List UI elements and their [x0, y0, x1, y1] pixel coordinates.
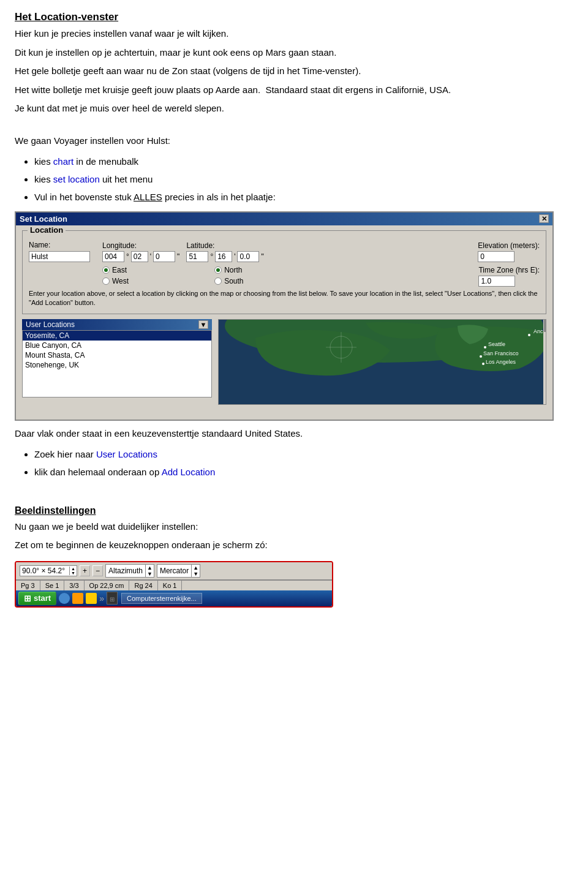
dialog-bottom-section: User Locations ▼ Yosemite, CA Blue Canyo…: [22, 319, 546, 405]
map-svg: Anchorage Seattle San Francisco Los Ange…: [219, 320, 546, 405]
svg-text:▲: ▲: [545, 323, 546, 328]
projection-dropdown-arrow[interactable]: ▲▼: [145, 565, 154, 577]
west-radio-row: West: [102, 277, 129, 285]
status-bar: Pg 3 Se 1 3/3 Op 22,9 cm Rg 24 Ko 1: [16, 580, 332, 590]
dialog-title: Set Location: [20, 214, 67, 224]
intro-p3: Het gele bolletje geeft aan waar nu de Z…: [15, 64, 573, 78]
name-input[interactable]: [29, 251, 90, 262]
projection-label: Altazimuth: [106, 566, 145, 576]
east-label: East: [112, 266, 127, 274]
svg-point-4: [484, 346, 486, 348]
north-radio-row: North: [214, 266, 243, 274]
long-min-input[interactable]: [131, 251, 148, 262]
status-se: Se 1: [40, 581, 65, 590]
status-pg: Pg 3: [16, 581, 40, 590]
coord-stepper[interactable]: ▲ ▼: [69, 567, 77, 575]
chart-link[interactable]: chart: [53, 156, 74, 167]
svg-text:Seattle: Seattle: [488, 341, 505, 347]
east-radio[interactable]: [102, 266, 110, 274]
intro-p4: Het witte bolletje met kruisje geeft jou…: [15, 83, 573, 97]
zoom-in-button[interactable]: +: [80, 565, 90, 576]
voyager-intro: We gaan Voyager instellen voor Hulst:: [15, 121, 573, 148]
east-radio-row: East: [102, 266, 129, 274]
south-radio-row: South: [214, 277, 243, 285]
taskbar-voyager-icon: ⊞: [107, 592, 118, 605]
list-item[interactable]: Mount Shasta, CA: [23, 350, 211, 360]
beeldinstellingen-heading: Beeldinstellingen: [15, 505, 573, 516]
timezone-input[interactable]: [478, 276, 515, 287]
north-label: North: [224, 266, 242, 274]
status-pages: 3/3: [64, 581, 84, 590]
user-locations-title: User Locations: [26, 320, 75, 329]
svg-text:San Francisco: San Francisco: [483, 350, 519, 356]
taskbar-separator: »: [99, 593, 104, 603]
user-locations-list[interactable]: Yosemite, CA Blue Canyon, CA Mount Shast…: [22, 330, 212, 397]
intro-p1: Hier kun je precies instellen vanaf waar…: [15, 27, 573, 41]
svg-text:▼: ▼: [545, 398, 546, 404]
user-locations-panel: User Locations ▼ Yosemite, CA Blue Canyo…: [22, 319, 212, 405]
intro-p2: Dit kun je instellen op je achtertuin, m…: [15, 46, 573, 60]
start-label: start: [34, 593, 51, 603]
svg-text:Los Angeles: Los Angeles: [486, 359, 516, 365]
lat-deg-input[interactable]: [186, 251, 208, 262]
longitude-label: Longitude:: [102, 241, 180, 250]
bottom-toolbar: ▲ ▼ + − Altazimuth ▲▼ Mercator ▲▼: [16, 562, 332, 580]
status-ko: Ko 1: [158, 581, 183, 590]
voyager-item-1: kies chart in de menubalk: [34, 153, 573, 170]
map-dropdown-arrow[interactable]: ▲▼: [191, 565, 200, 577]
projection-select[interactable]: Altazimuth ▲▼: [105, 564, 154, 578]
list-item[interactable]: Blue Canyon, CA: [23, 341, 211, 350]
set-location-dialog: Set Location ✕ Location Name: Longitude:…: [15, 211, 554, 421]
location-group: Location Name: Longitude: ° ' ": [22, 230, 546, 315]
user-locations-link[interactable]: User Locations: [96, 449, 157, 459]
svg-point-6: [480, 355, 482, 358]
svg-rect-19: [543, 320, 546, 405]
taskbar-app-button[interactable]: Computersterrenkijke...: [121, 593, 202, 604]
hint-text: Enter your location above, or select a l…: [29, 289, 540, 308]
list-item[interactable]: Yosemite, CA: [23, 331, 211, 341]
status-rg: Rg 24: [129, 581, 157, 590]
list-item[interactable]: Stonehenge, UK: [23, 360, 211, 370]
south-label: South: [224, 277, 243, 285]
dialog-close-button[interactable]: ✕: [539, 214, 549, 223]
north-radio[interactable]: [214, 266, 222, 274]
add-location-link[interactable]: Add Location: [162, 467, 216, 477]
deg-symbol-2: °: [209, 252, 214, 262]
set-location-link[interactable]: set location: [53, 174, 100, 184]
svg-point-2: [528, 334, 530, 336]
coord-input-group[interactable]: ▲ ▼: [20, 565, 77, 576]
ie-icon[interactable]: [59, 593, 70, 604]
taskbar-icon-3[interactable]: [86, 593, 97, 604]
lat-min-input[interactable]: [215, 251, 232, 262]
west-label: West: [112, 277, 129, 285]
start-button[interactable]: ⊞ start: [18, 592, 56, 605]
south-radio[interactable]: [214, 277, 222, 285]
timezone-label: Time Zone (hrs E):: [478, 266, 540, 274]
map-select[interactable]: Mercator ▲▼: [157, 564, 200, 578]
beeld-line-2: Zet om te beginnen de keuzeknoppen onder…: [15, 538, 573, 552]
location-group-label: Location: [28, 225, 66, 235]
elevation-label: Elevation (meters):: [478, 241, 540, 250]
west-radio[interactable]: [102, 277, 110, 285]
elevation-input[interactable]: [478, 251, 514, 262]
latitude-inputs: ° ' ": [186, 251, 264, 262]
bottom-item-1: Zoek hier naar User Locations: [34, 446, 573, 462]
map-panel[interactable]: Anchorage Seattle San Francisco Los Ange…: [218, 319, 546, 405]
page-title: Het Location-venster: [15, 11, 573, 23]
user-locations-dropdown-btn[interactable]: ▼: [198, 320, 208, 329]
coord-up-arrow[interactable]: ▲: [70, 567, 77, 571]
user-locations-header: User Locations ▼: [22, 319, 212, 330]
bottom-intro: Daar vlak onder staat in een keuzevenste…: [15, 427, 573, 441]
coord-input[interactable]: [20, 566, 69, 576]
long-sec-input[interactable]: [153, 251, 175, 262]
voyager-item-2: kies set location uit het menu: [34, 171, 573, 187]
status-op: Op 22,9 cm: [85, 581, 130, 590]
zoom-out-button[interactable]: −: [92, 565, 103, 576]
coord-down-arrow[interactable]: ▼: [70, 571, 77, 575]
min-symbol-1: ': [149, 252, 152, 262]
taskbar-icon-2[interactable]: [72, 593, 83, 604]
svg-point-8: [482, 363, 484, 365]
longitude-inputs: ° ' ": [102, 251, 180, 262]
lat-sec-input[interactable]: [237, 251, 259, 262]
long-deg-input[interactable]: [102, 251, 124, 262]
